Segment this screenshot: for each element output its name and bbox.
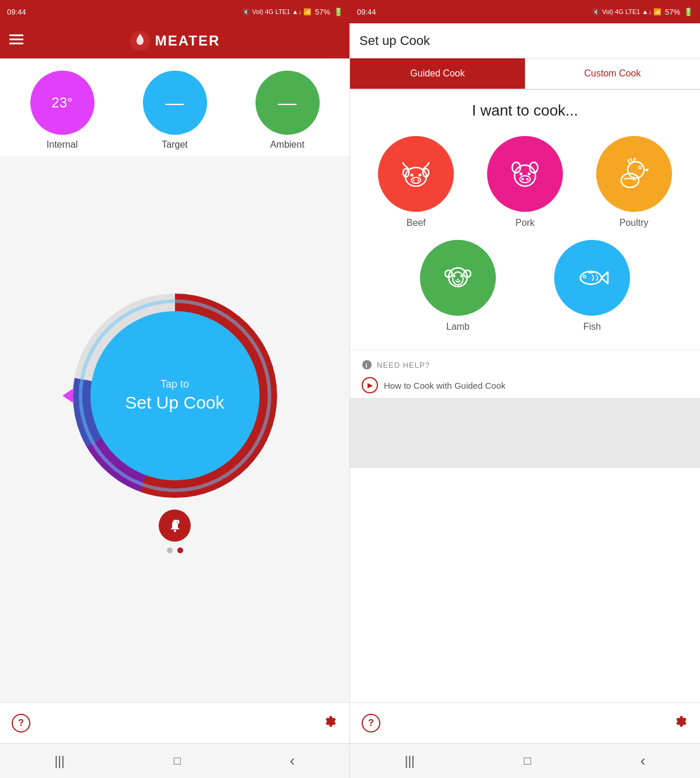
right-app-header: Set up Cook	[350, 23, 700, 58]
svg-point-23	[522, 178, 524, 180]
cook-question: I want to cook...	[362, 102, 688, 120]
help-link-text: How to Cook with Guided Cook	[384, 381, 505, 390]
right-nav-home[interactable]: □	[524, 754, 531, 767]
left-nav-home[interactable]: □	[174, 754, 181, 767]
svg-point-37	[457, 279, 459, 281]
svg-point-14	[413, 180, 415, 182]
temperature-indicators: 23° Internal — Target — Ambient	[0, 59, 349, 156]
ambient-temp-label: Ambient	[270, 139, 304, 150]
cook-content: I want to cook...	[350, 90, 700, 702]
cook-area: Tap to Set Up Cook +	[0, 156, 349, 702]
svg-point-16	[505, 153, 545, 194]
right-nav-bar: ||| □ ‹	[350, 743, 700, 778]
target-temp-circle: —	[143, 71, 207, 135]
food-grid: Beef	[362, 136, 688, 332]
pork-circle	[487, 136, 563, 212]
internal-temp: 23° Internal	[30, 71, 94, 150]
progress-arrow	[62, 389, 73, 403]
right-help-icon[interactable]: ?	[362, 714, 380, 732]
progress-ring: Tap to Set Up Cook	[73, 294, 277, 498]
target-temp-label: Target	[162, 139, 187, 150]
app-header: MEATER	[0, 23, 349, 58]
lamb-circle	[420, 240, 496, 316]
set-up-cook-button[interactable]: Tap to Set Up Cook	[90, 311, 260, 480]
right-nav-menu[interactable]: |||	[405, 753, 415, 769]
notification-bell-button[interactable]: +	[159, 510, 191, 542]
left-nav-back[interactable]: ‹	[290, 752, 295, 770]
svg-point-36	[460, 275, 463, 277]
left-nav-menu[interactable]: |||	[55, 753, 65, 769]
gray-content-area	[350, 398, 700, 468]
right-screen: Set up Cook Guided Cook Custom Cook I wa…	[350, 23, 700, 778]
right-status-bar: 09:44 🔇 Vol) 4G LTE1 ▲↓ 📶 57% 🔋	[350, 0, 700, 23]
right-nav-back[interactable]: ‹	[640, 752, 646, 770]
left-time: 09:44	[7, 8, 26, 16]
svg-point-41	[584, 276, 586, 278]
svg-point-15	[418, 180, 419, 182]
cook-tabs: Guided Cook Custom Cook	[350, 58, 700, 90]
food-beef[interactable]: Beef	[378, 136, 454, 228]
help-link[interactable]: ▶ How to Cook with Guided Cook	[362, 377, 688, 393]
right-settings-icon[interactable]	[672, 713, 688, 733]
right-icons: 🔇 Vol) 4G LTE1 ▲↓ 📶	[592, 8, 662, 16]
left-nav-bar: ||| □ ‹	[0, 743, 349, 778]
svg-point-30	[438, 257, 478, 298]
food-poultry[interactable]: Poultry	[596, 136, 672, 228]
right-bottom-bar: ?	[350, 702, 700, 743]
svg-point-7	[396, 153, 436, 194]
svg-point-20	[519, 173, 522, 176]
info-icon: i	[362, 360, 372, 370]
poultry-circle	[596, 136, 672, 212]
left-screen: MEATER 23° Internal — Target	[0, 23, 350, 778]
poultry-label: Poultry	[620, 218, 649, 228]
food-pork[interactable]: Pork	[487, 136, 563, 228]
set-up-cook-label: Set Up Cook	[125, 393, 224, 413]
notification-area: +	[159, 510, 191, 553]
tap-to-label: Tap to	[160, 378, 189, 390]
need-help-header: i NEED HELP?	[362, 360, 688, 370]
svg-point-28	[639, 167, 640, 169]
play-icon: ▶	[362, 377, 378, 393]
ambient-temp: — Ambient	[256, 71, 320, 150]
lamb-label: Lamb	[446, 322, 470, 332]
left-bottom-bar: ?	[0, 702, 349, 743]
ambient-temp-circle: —	[256, 71, 320, 135]
svg-rect-2	[9, 43, 23, 44]
svg-point-12	[419, 174, 422, 177]
dot-1	[167, 547, 173, 553]
svg-text:i: i	[366, 362, 368, 369]
svg-point-11	[411, 174, 414, 177]
page-title: Set up Cook	[359, 33, 430, 48]
food-fish[interactable]: Fish	[554, 240, 630, 332]
food-row-1: Beef	[362, 136, 688, 228]
svg-text:+: +	[176, 520, 178, 524]
menu-icon[interactable]	[9, 32, 23, 50]
target-temp: — Target	[143, 71, 207, 150]
internal-temp-label: Internal	[47, 139, 78, 150]
internal-temp-circle: 23°	[30, 71, 94, 135]
fish-circle	[554, 240, 630, 316]
left-battery: 57%	[315, 8, 330, 16]
pork-label: Pork	[516, 218, 535, 228]
left-help-icon[interactable]: ?	[12, 714, 30, 732]
right-time: 09:44	[357, 8, 376, 16]
beef-label: Beef	[407, 218, 426, 228]
svg-rect-1	[9, 39, 23, 40]
need-help-section: i NEED HELP? ▶ How to Cook with Guided C…	[362, 350, 688, 398]
left-status-bar: 09:44 🔇 Vol) 4G LTE1 ▲↓ 📶 57% 🔋	[0, 0, 350, 23]
dot-2	[177, 547, 183, 553]
app-name: MEATER	[155, 33, 220, 49]
left-icons: 🔇 Vol) 4G LTE1 ▲↓ 📶	[242, 8, 312, 16]
svg-point-21	[527, 173, 530, 176]
flame-icon	[130, 30, 150, 51]
right-battery: 57%	[665, 8, 680, 16]
left-settings-icon[interactable]	[321, 713, 338, 733]
food-lamb[interactable]: Lamb	[420, 240, 496, 332]
beef-circle	[378, 136, 454, 212]
tab-custom-cook[interactable]: Custom Cook	[525, 58, 700, 89]
logo: MEATER	[130, 30, 220, 51]
svg-point-24	[526, 178, 528, 180]
svg-point-38	[572, 257, 612, 298]
svg-rect-0	[9, 34, 23, 36]
tab-guided-cook[interactable]: Guided Cook	[350, 58, 525, 89]
